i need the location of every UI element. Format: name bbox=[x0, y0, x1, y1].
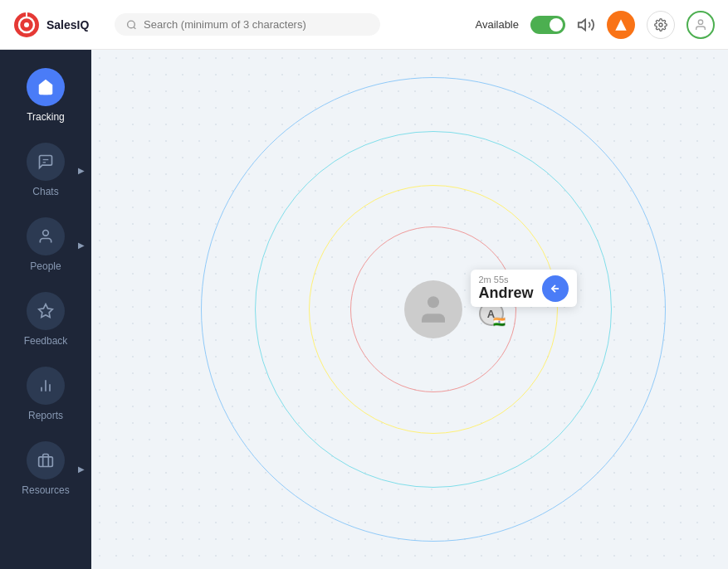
reports-icon-circle bbox=[27, 367, 65, 405]
available-toggle[interactable] bbox=[530, 16, 565, 34]
sidebar-label-reports: Reports bbox=[28, 410, 63, 421]
header-right: Available bbox=[475, 11, 715, 39]
header: SalesIQ Available bbox=[0, 0, 728, 50]
svg-point-4 bbox=[128, 21, 135, 28]
visitor-time: 2m 55s bbox=[479, 275, 534, 284]
search-area[interactable] bbox=[115, 13, 380, 36]
center-user-avatar bbox=[404, 280, 462, 338]
sidebar: Tracking Chats ▶ People ▶ bbox=[0, 50, 91, 569]
sidebar-label-feedback: Feedback bbox=[24, 335, 68, 347]
user-profile-button[interactable] bbox=[686, 11, 715, 39]
logo-area: SalesIQ bbox=[13, 12, 105, 38]
svg-point-18 bbox=[428, 296, 439, 308]
people-icon-circle bbox=[27, 217, 65, 255]
sidebar-label-people: People bbox=[30, 260, 61, 272]
svg-point-2 bbox=[24, 22, 29, 27]
main: Tracking Chats ▶ People ▶ bbox=[0, 50, 728, 569]
content-area: 2m 55s Andrew A 🇮🇳 bbox=[91, 50, 728, 569]
visitor-arrow-button[interactable] bbox=[542, 275, 569, 302]
logo-text: SalesIQ bbox=[46, 18, 89, 32]
chats-icon-circle bbox=[27, 143, 65, 181]
svg-point-8 bbox=[659, 23, 662, 27]
svg-line-5 bbox=[134, 27, 135, 28]
salesiq-logo-icon bbox=[13, 12, 40, 38]
svg-marker-6 bbox=[579, 19, 585, 30]
people-chevron-icon: ▶ bbox=[78, 241, 85, 250]
andrew-tooltip: 2m 55s Andrew bbox=[471, 270, 577, 307]
sidebar-label-tracking: Tracking bbox=[27, 111, 65, 123]
resources-icon-circle bbox=[27, 441, 65, 479]
andrew-visitor-dot[interactable]: 2m 55s Andrew A 🇮🇳 bbox=[479, 301, 504, 326]
sidebar-item-chats[interactable]: Chats ▶ bbox=[0, 133, 91, 207]
search-input[interactable] bbox=[144, 18, 369, 31]
svg-rect-17 bbox=[39, 457, 53, 467]
search-icon bbox=[126, 19, 137, 31]
chats-chevron-icon: ▶ bbox=[78, 166, 85, 175]
sidebar-item-feedback[interactable]: Feedback bbox=[0, 282, 91, 357]
sidebar-label-resources: Resources bbox=[22, 484, 69, 496]
sound-icon[interactable] bbox=[577, 16, 595, 34]
svg-point-9 bbox=[698, 20, 702, 24]
tracking-icon-circle bbox=[27, 68, 65, 106]
sidebar-label-chats: Chats bbox=[32, 186, 58, 197]
sidebar-item-people[interactable]: People ▶ bbox=[0, 207, 91, 282]
svg-marker-13 bbox=[39, 304, 53, 318]
feedback-icon-circle bbox=[27, 292, 65, 330]
svg-marker-7 bbox=[615, 19, 626, 30]
svg-point-12 bbox=[43, 231, 49, 236]
india-flag-icon: 🇮🇳 bbox=[493, 316, 506, 328]
settings-button[interactable] bbox=[647, 11, 675, 39]
resources-chevron-icon: ▶ bbox=[78, 464, 85, 474]
available-label: Available bbox=[475, 18, 519, 31]
visitor-name: Andrew bbox=[479, 284, 534, 302]
radar-container: 2m 55s Andrew A 🇮🇳 bbox=[201, 77, 666, 542]
sidebar-item-tracking[interactable]: Tracking bbox=[0, 58, 91, 133]
sidebar-item-reports[interactable]: Reports bbox=[0, 357, 91, 431]
tooltip-content: 2m 55s Andrew bbox=[479, 275, 534, 302]
sidebar-item-resources[interactable]: Resources ▶ bbox=[0, 431, 91, 506]
alert-button[interactable] bbox=[607, 11, 635, 39]
